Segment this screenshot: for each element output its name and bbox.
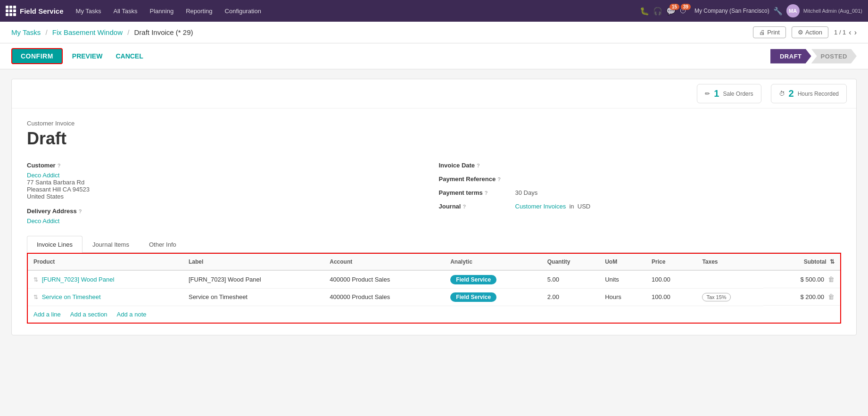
row1-account[interactable]: 400000 Product Sales [324,270,445,288]
row1-label[interactable]: [FURN_7023] Wood Panel [183,270,324,288]
menu-my-tasks[interactable]: My Tasks [70,5,107,17]
invoice-title: Draft [27,129,841,149]
headset-icon[interactable]: 🎧 [653,7,662,16]
page-info: 1 / 1 [834,29,846,36]
move-icon[interactable]: ⇅ [33,294,38,300]
journal-value: Customer Invoices in USD [515,203,591,210]
confirm-button[interactable]: CONFIRM [11,48,63,64]
hours-recorded-button[interactable]: ⏱ 2 Hours Recorded [771,84,847,103]
breadcrumb-my-tasks[interactable]: My Tasks [11,28,41,36]
action-button[interactable]: ⚙ Action [792,26,828,38]
add-line-link[interactable]: Add a line [33,311,61,318]
menu-configuration[interactable]: Configuration [219,5,267,17]
hours-recorded-label: Hours Recorded [798,91,839,97]
add-section-link[interactable]: Add a section [70,311,107,318]
row2-account[interactable]: 400000 Product Sales [324,288,445,306]
add-note-link[interactable]: Add a note [117,311,147,318]
invoice-lines-table-wrapper: Product Label Account Analytic Quantity … [27,253,841,324]
row1-delete-icon[interactable]: 🗑 [828,275,835,283]
journal-currency-prefix: in [569,203,574,210]
breadcrumb-sep-1: / [45,28,47,36]
row2-price[interactable]: 100.00 [646,288,696,306]
table-row: ⇅ [FURN_7023] Wood Panel [FURN_7023] Woo… [28,270,840,288]
sale-orders-count: 1 [714,88,719,99]
table-header-row: Product Label Account Analytic Quantity … [28,254,840,270]
row2-delete-icon[interactable]: 🗑 [828,293,835,300]
row1-price[interactable]: 100.00 [646,270,696,288]
customer-name[interactable]: Deco Addict [27,172,59,179]
journal-name[interactable]: Customer Invoices [515,203,566,210]
row1-quantity[interactable]: 5.00 [542,270,599,288]
payment-terms-help-icon[interactable]: ? [485,190,488,196]
invoice-lines-table: Product Label Account Analytic Quantity … [28,254,840,306]
messages-badge[interactable]: 💬 15 [666,7,676,16]
journal-currency: USD [578,203,590,210]
edit-icon: ✏ [705,90,710,97]
invoice-form: Customer ? Deco Addict 77 Santa Barbara … [27,162,841,225]
delivery-address-value: Deco Addict [27,217,430,225]
tab-journal-items[interactable]: Journal Items [83,236,139,253]
breadcrumb: My Tasks / Fix Basement Window / Draft I… [11,28,193,36]
row1-analytic-tag[interactable]: Field Service [450,275,496,284]
menu-all-tasks[interactable]: All Tasks [108,5,143,17]
invoice-body: Customer Invoice Draft Customer ? Deco A… [12,108,856,335]
sale-orders-label: Sale Orders [723,91,753,97]
row2-quantity[interactable]: 2.00 [542,288,599,306]
tab-invoice-lines[interactable]: Invoice Lines [27,236,83,253]
status-posted[interactable]: POSTED [811,49,857,64]
row2-label[interactable]: Service on Timesheet [183,288,324,306]
company-label[interactable]: My Company (San Francisco) [694,8,769,14]
row1-taxes [696,270,763,288]
payment-terms-value[interactable]: 30 Days [515,189,538,196]
customer-help-icon[interactable]: ? [58,163,61,168]
user-name[interactable]: Mitchell Admin (Aug_001) [803,8,862,14]
row2-tax-badge[interactable]: Tax 15% [702,293,730,301]
delivery-address-link[interactable]: Deco Addict [27,217,59,225]
journal-help-icon[interactable]: ? [463,204,466,209]
row2-analytic: Field Service [445,288,542,306]
sale-orders-button[interactable]: ✏ 1 Sale Orders [697,84,761,103]
row2-analytic-tag[interactable]: Field Service [450,292,496,302]
action-bar: CONFIRM PREVIEW CANCEL DRAFT POSTED [0,43,868,69]
messages-count: 15 [670,4,679,10]
timer-badge[interactable]: ⏱ 39 [679,7,687,15]
breadcrumb-right: 🖨 Print ⚙ Action 1 / 1 ‹ › [753,26,857,38]
cancel-button[interactable]: CANCEL [112,50,147,62]
row1-product[interactable]: [FURN_7023] Wood Panel [42,276,115,283]
user-avatar[interactable]: MA [786,4,800,17]
print-button[interactable]: 🖨 Print [753,26,786,38]
settings-icon[interactable]: 🔧 [773,7,783,16]
add-links: Add a line Add a section Add a note [28,306,840,323]
invoice-tabs: Invoice Lines Journal Items Other Info [27,236,841,253]
tab-other-info[interactable]: Other Info [139,236,186,253]
bug-icon[interactable]: 🐛 [640,7,649,16]
delivery-address-field: Delivery Address ? Deco Addict [27,208,430,225]
menu-reporting[interactable]: Reporting [180,5,218,17]
move-icon[interactable]: ⇅ [33,276,38,283]
row2-uom[interactable]: Hours [599,288,646,306]
row2-subtotal: $ 200.00 🗑 [763,288,840,306]
delivery-address-label: Delivery Address ? [27,208,430,215]
payment-ref-help-icon[interactable]: ? [497,176,501,182]
status-bar: DRAFT POSTED [770,49,857,64]
subtotal-sort-icon[interactable]: ⇅ [830,258,835,265]
invoice-date-help-icon[interactable]: ? [477,163,480,168]
preview-button[interactable]: PREVIEW [68,50,107,62]
row1-uom[interactable]: Units [599,270,646,288]
th-subtotal: Subtotal ⇅ [763,254,840,270]
th-taxes: Taxes [696,254,763,270]
row2-subtotal-value: $ 200.00 [800,293,824,300]
page-prev-button[interactable]: ‹ [849,28,851,37]
row2-product[interactable]: Service on Timesheet [42,293,101,300]
breadcrumb-fix-basement[interactable]: Fix Basement Window [52,28,123,36]
row2-taxes: Tax 15% [696,288,763,306]
app-brand[interactable]: Field Service [6,6,64,16]
apps-grid-icon[interactable] [6,6,16,16]
status-draft[interactable]: DRAFT [770,49,811,64]
delivery-help-icon[interactable]: ? [79,208,82,214]
page-next-button[interactable]: › [854,28,857,37]
row2-move: ⇅ Service on Timesheet [28,288,183,306]
menu-planning[interactable]: Planning [144,5,180,17]
customer-label: Customer ? [27,162,430,169]
invoice-date-label: Invoice Date ? [439,162,510,169]
